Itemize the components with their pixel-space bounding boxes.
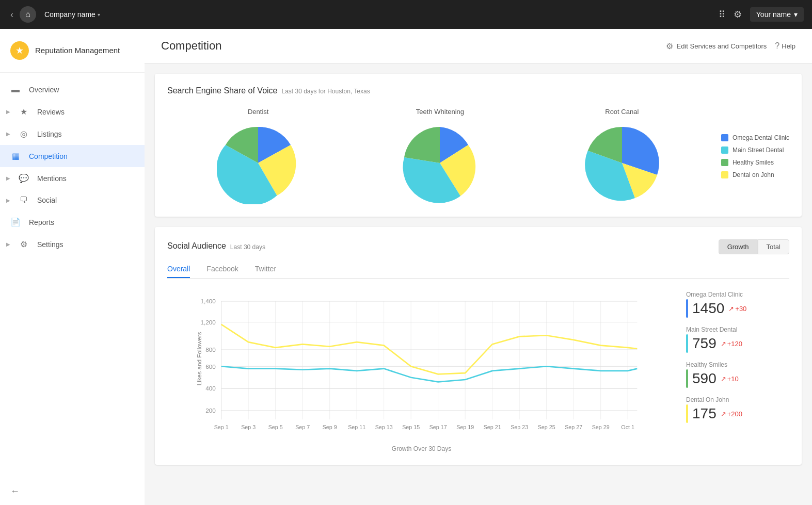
help-circle-icon: ?: [775, 41, 779, 51]
svg-text:Sep 3: Sep 3: [241, 424, 256, 430]
tab-overall[interactable]: Overall: [167, 260, 190, 278]
legend-color-healthy-smiles: [721, 159, 728, 166]
root-canal-label: Root Canal: [605, 108, 639, 116]
svg-text:1,400: 1,400: [200, 298, 216, 304]
svg-text:Sep 27: Sep 27: [565, 424, 582, 430]
brand-name: Reputation Management: [35, 45, 120, 56]
social-icon: 🗨: [19, 196, 29, 205]
sidebar-item-social[interactable]: ▶ 🗨 Social: [0, 189, 145, 211]
legend-color-main-street: [721, 146, 728, 154]
root-canal-pie-container: Root Canal: [531, 108, 713, 204]
settings-nav-icon: ⚙: [19, 239, 29, 249]
sidebar-item-listings[interactable]: ▶ ◎ Listings: [0, 123, 145, 145]
growth-omega: ↗ +30: [728, 305, 746, 313]
listings-expand-icon: ▶: [6, 131, 10, 137]
legend-bar-dental-on-john: [686, 404, 688, 423]
collapse-sidebar-button[interactable]: ←: [10, 486, 20, 496]
svg-text:Sep 7: Sep 7: [295, 424, 310, 430]
home-button[interactable]: ⌂: [20, 6, 36, 23]
edit-services-button[interactable]: ⚙ Edit Services and Competitors: [666, 41, 767, 51]
growth-healthy-smiles: ↗ +10: [721, 375, 739, 383]
svg-text:800: 800: [205, 346, 216, 353]
brand-icon: ★: [10, 41, 29, 60]
competition-icon: ▦: [10, 151, 21, 161]
mentions-icon: 💬: [19, 173, 29, 183]
svg-text:Sep 15: Sep 15: [402, 424, 420, 430]
svg-text:Sep 9: Sep 9: [323, 424, 337, 430]
svg-text:Sep 11: Sep 11: [348, 424, 365, 430]
sidebar-item-settings[interactable]: ▶ ⚙ Settings: [0, 233, 145, 255]
dentist-pie-container: Dentist: [167, 108, 349, 204]
edit-gear-icon: ⚙: [666, 41, 673, 51]
svg-text:Sep 5: Sep 5: [268, 424, 283, 430]
social-subtitle: Last 30 days: [230, 243, 265, 251]
social-audience-card: Social Audience Last 30 days Growth Tota…: [155, 227, 802, 465]
sidebar: ★ Reputation Management ▬ Overview ▶ ★ R…: [0, 29, 145, 505]
user-dropdown-arrow: ▾: [794, 10, 798, 19]
settings-icon[interactable]: ⚙: [734, 9, 742, 20]
growth-toggle-button[interactable]: Growth: [719, 239, 758, 254]
pie-charts-row: Dentist Teeth Whitening: [167, 108, 789, 204]
main-layout: ★ Reputation Management ▬ Overview ▶ ★ R…: [0, 29, 812, 505]
pie-legend: Omega Dental Clinic Main Street Dental H…: [721, 134, 789, 178]
growth-dental-on-john: ↗ +200: [721, 410, 742, 418]
sidebar-item-mentions[interactable]: ▶ 💬 Mentions: [0, 167, 145, 189]
social-expand-icon: ▶: [6, 198, 10, 203]
total-toggle-button[interactable]: Total: [758, 239, 789, 254]
pie-chart-card: Search Engine Share of Voice Last 30 day…: [155, 74, 802, 217]
reviews-icon: ★: [19, 107, 29, 117]
social-header: Social Audience Last 30 days Growth Tota…: [167, 239, 789, 254]
svg-text:200: 200: [205, 407, 216, 414]
legend-healthy-smiles: Healthy Smiles 590 ↗ +10: [686, 361, 789, 388]
company-selector[interactable]: Company name ▾: [44, 10, 100, 19]
growth-toggle: Growth Total: [719, 239, 789, 254]
social-title: Social Audience: [167, 241, 226, 251]
svg-text:600: 600: [205, 363, 216, 370]
legend-main-street: Main Street Dental 759 ↗ +120: [686, 326, 789, 353]
sidebar-bottom: ←: [0, 478, 145, 505]
grid-icon[interactable]: ⠿: [719, 9, 725, 20]
root-canal-pie-chart: [581, 122, 663, 204]
teeth-whitening-pie-chart: [399, 122, 481, 204]
svg-text:Sep 21: Sep 21: [484, 424, 501, 430]
social-tabs: Overall Facebook Twitter: [167, 260, 789, 279]
overview-icon: ▬: [10, 85, 21, 94]
back-button[interactable]: ‹: [8, 7, 15, 22]
sidebar-item-competition[interactable]: ▦ Competition: [0, 145, 145, 167]
tab-facebook[interactable]: Facebook: [206, 260, 238, 278]
svg-text:Sep 13: Sep 13: [375, 424, 393, 430]
content-area: Competition ⚙ Edit Services and Competit…: [145, 29, 812, 505]
svg-text:Sep 23: Sep 23: [511, 424, 528, 430]
company-dropdown-arrow: ▾: [98, 12, 100, 18]
sidebar-brand: ★ Reputation Management: [0, 29, 145, 73]
reports-icon: 📄: [10, 217, 21, 227]
pie-chart-title: Search Engine Share of Voice: [167, 86, 277, 95]
legend-item-main-street: Main Street Dental: [721, 146, 789, 154]
settings-expand-icon: ▶: [6, 241, 10, 247]
teeth-whitening-pie-container: Teeth Whitening: [349, 108, 531, 204]
svg-text:Likes and Followers: Likes and Followers: [196, 332, 202, 385]
tab-twitter[interactable]: Twitter: [255, 260, 276, 278]
legend-omega: Omega Dental Clinic 1450 ↗ +30: [686, 291, 789, 318]
sidebar-item-reviews[interactable]: ▶ ★ Reviews: [0, 101, 145, 123]
svg-text:Sep 29: Sep 29: [592, 424, 610, 430]
svg-text:1,200: 1,200: [200, 319, 216, 325]
sidebar-item-overview[interactable]: ▬ Overview: [0, 79, 145, 101]
svg-text:400: 400: [205, 385, 216, 392]
listings-icon: ◎: [19, 129, 29, 139]
teeth-whitening-label: Teeth Whitening: [416, 108, 464, 116]
user-menu[interactable]: Your name ▾: [750, 7, 804, 22]
dentist-label: Dentist: [248, 108, 268, 116]
sidebar-item-reports[interactable]: 📄 Reports: [0, 211, 145, 233]
legend-item-dental-on-john: Dental on John: [721, 171, 789, 178]
sidebar-nav: ▬ Overview ▶ ★ Reviews ▶ ◎ Listings ▦ Co…: [0, 73, 145, 478]
legend-bar-omega: [686, 299, 688, 318]
x-axis-label: Growth Over 30 Days: [167, 445, 676, 452]
legend-item-healthy-smiles: Healthy Smiles: [721, 159, 789, 166]
chart-area: 1,400 1,200 800 600 400 200: [167, 287, 789, 452]
svg-text:Oct 1: Oct 1: [621, 424, 634, 430]
help-button[interactable]: ? Help: [775, 41, 795, 51]
topbar: ‹ ⌂ Company name ▾ ⠿ ⚙ Your name ▾: [0, 0, 812, 29]
svg-text:Sep 17: Sep 17: [429, 424, 447, 430]
reviews-expand-icon: ▶: [6, 109, 10, 115]
